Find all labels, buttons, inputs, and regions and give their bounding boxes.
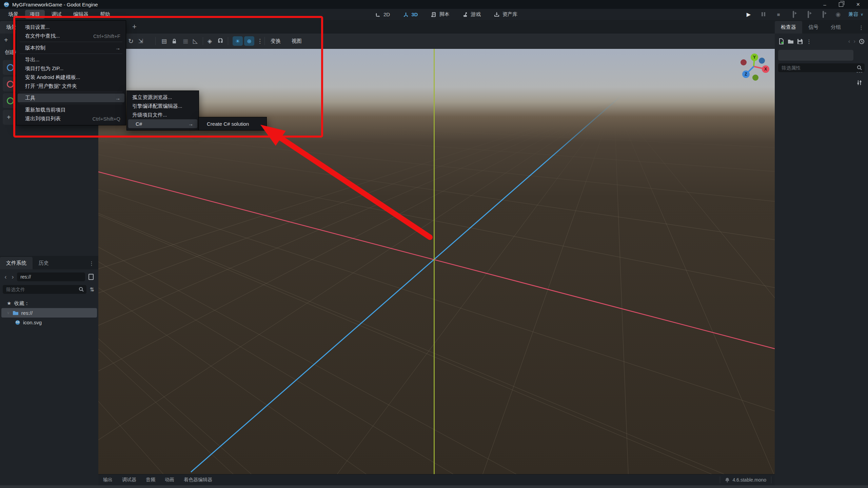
tab-signals[interactable]: 信号 [802, 21, 825, 34]
menu-item-install-android-template[interactable]: 安装 Android 构建模板... [16, 73, 126, 82]
preview-menu-icon[interactable]: ⋮ [257, 34, 263, 48]
minimize-button[interactable]: – [823, 2, 826, 7]
transform-menu[interactable]: 变换 [271, 34, 281, 48]
add-node-button[interactable]: + [4, 36, 8, 44]
environment-toggle[interactable]: ⊕ [244, 34, 254, 48]
menu-item-find-in-files[interactable]: 在文件中查找...Ctrl+Shift+F [16, 32, 126, 40]
renderer-select[interactable]: 兼容 ∨ [848, 11, 865, 18]
menu-item-project-settings[interactable]: 项目设置... [16, 23, 126, 32]
sun-toggle[interactable]: ☀ [233, 34, 243, 48]
project-menu-popup: 项目设置... 在文件中查找...Ctrl+Shift+F 版本控制→ 导出..… [16, 20, 126, 125]
tab-inspector[interactable]: 检查器 [775, 21, 802, 34]
panel-animation[interactable]: 动画 [160, 474, 179, 485]
filesystem-dock: 文件系统 历史 ⋮ ‹ › ⇅ ★ 收藏： ∨ [0, 256, 98, 485]
add-scene-tab-button[interactable]: + [132, 22, 137, 31]
filter-files-input[interactable] [3, 285, 86, 294]
menu-item-open-user-data[interactable]: 打开 “用户数据” 文件夹 [16, 82, 126, 90]
play-button[interactable]: ▶ [744, 11, 753, 18]
resource-menu-icon[interactable]: ⋮ [806, 38, 812, 45]
magnet-snap-icon[interactable] [218, 34, 223, 48]
workspace-tab-game[interactable]: 游戏 [460, 10, 483, 19]
expander-icon[interactable]: ∨ [7, 310, 10, 315]
svg-text:Z: Z [745, 72, 747, 77]
title-bar: MyGFrameworkGame - Godot Engine – × [0, 0, 868, 9]
menu-item-csharp[interactable]: C#→ [128, 119, 197, 128]
menu-item-engine-compilation-config[interactable]: 引擎编译配置编辑器... [127, 102, 199, 110]
tab-groups[interactable]: 分组 [825, 21, 847, 34]
nav-back-button[interactable]: ‹ [3, 273, 8, 281]
axis-neg-z-ball [759, 58, 765, 64]
play-scene-button[interactable] [789, 12, 798, 17]
tune-sliders-icon [856, 80, 863, 86]
view-axis-gizmo[interactable]: Y X Z [736, 49, 773, 87]
stop-button[interactable]: ■ [774, 12, 783, 17]
menu-item-pack-zip[interactable]: 项目打包为 ZIP... [16, 64, 126, 73]
menu-item-export[interactable]: 导出... [16, 55, 126, 64]
menu-item-version-control[interactable]: 版本控制→ [16, 43, 126, 52]
nav-forward-button[interactable]: › [10, 273, 16, 281]
workspace-tab-2d[interactable]: 2D [373, 11, 392, 19]
panel-shader-editor[interactable]: 着色器编辑器 [179, 474, 217, 485]
menu-item-create-csharp-solution[interactable]: Create C# solution [199, 119, 267, 128]
filter-properties-input[interactable] [778, 63, 865, 72]
menu-debug[interactable]: 调试 [47, 10, 66, 19]
save-icon[interactable] [797, 39, 803, 44]
menu-item-tools[interactable]: 工具→ [18, 94, 124, 102]
play-current-scene-button[interactable] [804, 12, 813, 17]
menu-item-orphan-resource-explorer[interactable]: 孤立资源浏览器... [127, 93, 199, 102]
scale-tool-icon[interactable]: ⇲ [138, 34, 143, 48]
workspace-tab-script[interactable]: 脚本 [429, 10, 451, 19]
lock-icon[interactable] [172, 34, 177, 48]
menu-project[interactable]: 项目 [25, 10, 45, 19]
panel-audio[interactable]: 音频 [141, 474, 160, 485]
rotate-tool-icon[interactable]: ↻ [128, 34, 134, 48]
dock-menu-icon[interactable]: ⋮ [859, 24, 868, 34]
sort-icon[interactable]: ⇅ [88, 286, 96, 293]
window-bottom-strip [0, 485, 868, 488]
menu-item-upgrade-project-files[interactable]: 升级项目文件... [127, 110, 199, 119]
panel-output[interactable]: 输出 [98, 474, 117, 485]
tree-row-res[interactable]: ∨ res:// [1, 308, 97, 318]
list-select-icon[interactable]: ▤ [161, 34, 167, 48]
tab-history[interactable]: 历史 [33, 257, 55, 269]
2d-scene-icon [7, 64, 14, 71]
new-resource-icon[interactable] [778, 38, 784, 44]
pause-button[interactable] [759, 12, 768, 17]
menu-item-quit-to-project-list[interactable]: 退出到项目列表Ctrl+Shift+Q [16, 114, 126, 123]
group-icon[interactable]: ▦ [183, 34, 188, 48]
tree-row-iconsvg[interactable]: icon.svg [0, 318, 98, 327]
search-icon [857, 65, 862, 70]
close-button[interactable]: × [856, 1, 860, 8]
path-field[interactable] [17, 272, 85, 281]
x-axis-line [98, 172, 775, 349]
menu-help[interactable]: 帮助 [95, 10, 115, 19]
tools-submenu-popup: 孤立资源浏览器... 引擎编译配置编辑器... 升级项目文件... C#→ [126, 90, 199, 130]
split-view-icon[interactable] [88, 274, 94, 280]
menu-scene[interactable]: 场景 [3, 10, 23, 19]
filesystem-menu-icon[interactable]: ⋮ [89, 260, 98, 269]
history-forward-icon[interactable]: › [853, 38, 855, 45]
play-custom-scene-button[interactable] [818, 12, 828, 17]
notification-bell-icon[interactable] [725, 477, 730, 483]
history-back-icon[interactable]: ‹ [848, 38, 850, 45]
panel-debugger[interactable]: 调试器 [117, 474, 141, 485]
y-axis-line [434, 49, 435, 474]
submenu-arrow-icon: → [115, 95, 120, 101]
tab-filesystem[interactable]: 文件系统 [0, 257, 33, 269]
workspace-tab-3d[interactable]: 3D [401, 11, 420, 19]
menu-item-reload-project[interactable]: 重新加载当前项目 [16, 105, 126, 114]
workspace-tab-assetlib[interactable]: 资产库 [492, 10, 519, 19]
view-menu[interactable]: 视图 [292, 34, 302, 48]
movie-maker-icon[interactable]: ◉ [833, 11, 843, 18]
script-icon [431, 12, 437, 18]
extra-settings-button[interactable] [854, 80, 865, 86]
godot-editor-window: { "window": {"title": "MyGFrameworkGame … [0, 0, 868, 488]
ui-scene-icon [7, 97, 14, 104]
snap-object-icon[interactable]: ◈ [208, 34, 212, 48]
history-icon[interactable] [859, 39, 865, 44]
menu-editor[interactable]: 编辑器 [68, 10, 93, 19]
restore-button[interactable] [839, 2, 843, 7]
3d-viewport[interactable]: Y X Z [98, 49, 775, 474]
ruler-icon[interactable]: ◺ [193, 34, 198, 48]
load-resource-folder-icon[interactable] [788, 39, 794, 44]
